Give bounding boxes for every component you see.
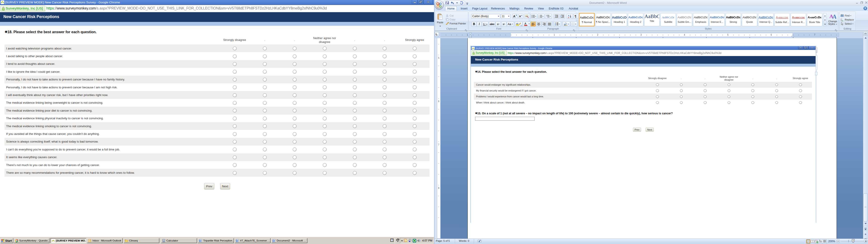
svg-text:A: A — [524, 22, 526, 25]
svg-text:3: 3 — [539, 17, 539, 18]
svg-text:ab: ab — [516, 23, 518, 25]
svg-text:A: A — [832, 13, 836, 19]
svg-text:?: ? — [391, 239, 393, 242]
svg-text:ab: ab — [840, 18, 842, 20]
svg-text:ac: ac — [842, 20, 843, 21]
svg-text:Z: Z — [568, 17, 569, 18]
svg-text:¶: ¶ — [575, 15, 577, 18]
